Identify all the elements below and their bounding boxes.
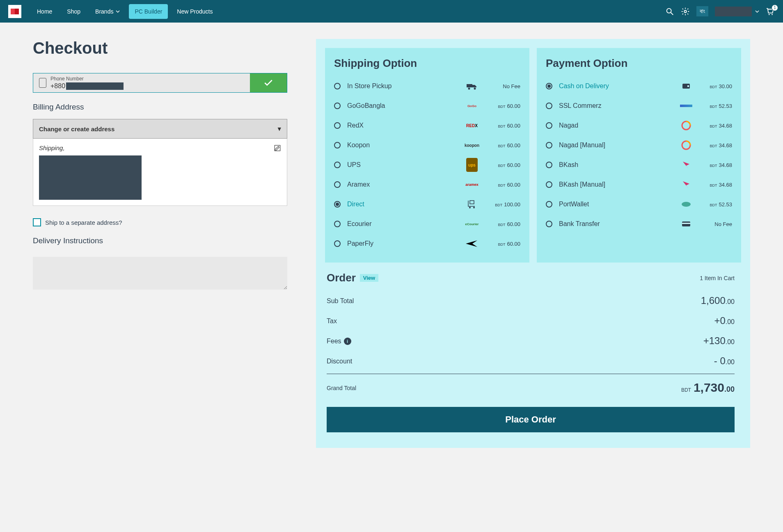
payment-option[interactable]: NagadBDT34.68 (546, 116, 732, 135)
nav-pc-builder[interactable]: PC Builder (129, 4, 168, 19)
payment-option[interactable]: SSL CommerzBDT52.53 (546, 96, 732, 116)
radio-button[interactable] (546, 142, 552, 148)
payment-label: Nagad [Manual] (559, 142, 674, 149)
shipping-option[interactable]: PaperFlyBDT60.00 (334, 234, 520, 253)
shipping-panel: Shipping Option In Store PickupNo FeeGoG… (325, 48, 529, 263)
cart-badge: 1 (772, 5, 778, 11)
shipping-option[interactable]: In Store PickupNo Fee (334, 76, 520, 96)
payment-label: Bank Transfer (559, 220, 674, 228)
shipping-option[interactable]: GoGoBanglaGoGoBDT60.00 (334, 96, 520, 116)
radio-button[interactable] (334, 201, 341, 208)
shipping-option[interactable]: UPSupsBDT60.00 (334, 155, 520, 175)
shipping-label: In Store Pickup (347, 82, 460, 90)
radio-button[interactable] (546, 103, 552, 109)
radio-button[interactable] (546, 181, 552, 188)
radio-button[interactable] (334, 221, 341, 227)
ship-separate-checkbox[interactable] (33, 218, 41, 226)
shipping-option[interactable]: KooponkooponBDT60.00 (334, 135, 520, 155)
shipping-fee: BDT60.00 (488, 142, 520, 148)
payment-fee: BDT52.53 (695, 201, 732, 208)
radio-button[interactable] (334, 162, 341, 168)
payment-label: SSL Commerz (559, 102, 674, 110)
chevron-down-icon (755, 8, 759, 15)
radio-button[interactable] (546, 201, 552, 208)
phone-number-redacted (66, 82, 124, 90)
shipping-label: RedX (347, 122, 460, 129)
shipping-fee: BDT60.00 (488, 182, 520, 188)
order-view-button[interactable]: View (360, 274, 378, 282)
language-toggle[interactable]: বাং (696, 6, 708, 16)
aramex-icon: aramex (464, 180, 480, 190)
nav: Home Shop Brands PC Builder New Products (31, 4, 219, 19)
nav-shop[interactable]: Shop (61, 4, 86, 19)
delivery-instructions-input[interactable] (33, 257, 287, 290)
payment-label: BKash [Manual] (559, 181, 674, 188)
radio-button[interactable] (334, 103, 341, 109)
svg-point-0 (667, 8, 671, 13)
search-icon[interactable] (665, 7, 674, 16)
radio-button[interactable] (334, 83, 341, 89)
radio-button[interactable] (546, 221, 552, 227)
gogo-icon: GoGo (464, 101, 480, 111)
payment-option[interactable]: PortWalletBDT52.53 (546, 194, 732, 214)
radio-button[interactable] (334, 181, 341, 188)
address-redacted (39, 155, 142, 200)
place-order-button[interactable]: Place Order (327, 407, 735, 432)
radio-button[interactable] (546, 83, 552, 89)
radio-button[interactable] (546, 122, 552, 129)
shipping-option[interactable]: AramexaramexBDT60.00 (334, 175, 520, 194)
billing-heading: Billing Address (33, 103, 287, 112)
address-selector[interactable]: Change or create address ▾ (33, 119, 287, 139)
user-menu[interactable] (715, 7, 759, 16)
shipping-fee: BDT60.00 (488, 123, 520, 129)
truck-icon (464, 81, 480, 91)
radio-button[interactable] (334, 142, 341, 148)
ship-separate-row: Ship to a separate address? (33, 218, 287, 226)
grand-total-label: Grand Total (327, 385, 356, 391)
shipping-fee: BDT60.00 (488, 103, 520, 109)
radio-button[interactable] (334, 122, 341, 129)
radio-button[interactable] (334, 240, 341, 247)
svg-point-4 (772, 14, 773, 15)
payment-label: Cash on Delivery (559, 82, 674, 90)
payment-option[interactable]: Nagad [Manual]BDT34.68 (546, 135, 732, 155)
payment-option[interactable]: BKashBDT34.68 (546, 155, 732, 175)
address-type: Shipping, (39, 144, 281, 151)
svg-rect-5 (275, 146, 280, 151)
discount-label: Discount (327, 358, 352, 365)
shipping-option[interactable]: RedXREDXBDT60.00 (334, 116, 520, 135)
nav-new-products[interactable]: New Products (171, 4, 218, 19)
svg-point-10 (469, 207, 471, 208)
right-column: Shipping Option In Store PickupNo FeeGoG… (316, 39, 750, 448)
nav-brands[interactable]: Brands (89, 4, 126, 19)
cart-button[interactable]: 1 (766, 7, 775, 16)
logo[interactable] (8, 5, 21, 18)
svg-rect-6 (467, 84, 472, 87)
edit-address-icon[interactable] (274, 144, 281, 152)
nav-home[interactable]: Home (31, 4, 58, 19)
koopon-icon: koopon (464, 140, 480, 150)
svg-point-8 (474, 88, 476, 90)
shipping-label: GoGoBangla (347, 102, 460, 110)
phone-prefix: +880 (50, 82, 65, 90)
shipping-option[interactable]: DirectBDT100.00 (334, 194, 520, 214)
check-icon (263, 78, 274, 88)
shipping-option[interactable]: EcouriereCourierBDT60.00 (334, 214, 520, 234)
payment-option[interactable]: Cash on DeliveryBDT30.00 (546, 76, 732, 96)
fees-info-icon[interactable]: i (344, 338, 351, 345)
gear-icon[interactable] (681, 7, 690, 16)
payment-option[interactable]: Bank TransferNo Fee (546, 214, 732, 234)
radio-button[interactable] (546, 162, 552, 168)
phone-confirm-button[interactable] (250, 73, 287, 92)
options-row: Shipping Option In Store PickupNo FeeGoG… (325, 48, 741, 263)
phone-icon (39, 78, 46, 88)
fees-value: +130.00 (703, 335, 735, 347)
bkash-icon (678, 180, 694, 190)
phone-input-box[interactable]: Phone Number +880 (33, 73, 250, 92)
svg-line-1 (671, 12, 673, 15)
payment-option[interactable]: BKash [Manual]BDT34.68 (546, 175, 732, 194)
svg-point-11 (473, 207, 475, 208)
svg-point-7 (468, 88, 470, 90)
payment-label: BKash (559, 161, 674, 169)
phone-row: Phone Number +880 (33, 73, 287, 93)
